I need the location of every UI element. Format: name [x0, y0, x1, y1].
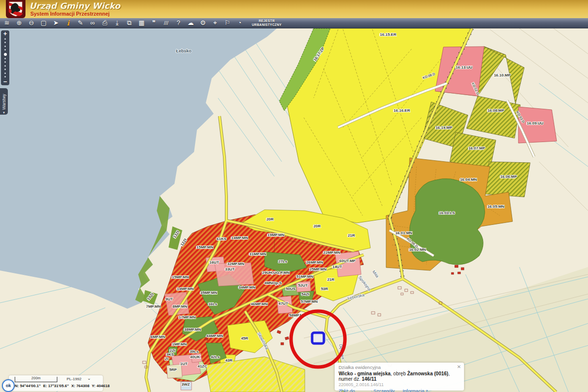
parcel-number: 146/11 — [362, 376, 376, 382]
coord-e: E: 17°31'05.6" — [43, 384, 69, 388]
chevron-down-icon[interactable]: ⌄ — [87, 376, 91, 381]
zoom-dot[interactable] — [4, 61, 6, 63]
settings-icon[interactable]: ⚙ — [199, 19, 207, 27]
coord-y: Y: 404618 — [92, 384, 109, 388]
cloud-icon[interactable]: ☁ — [187, 19, 195, 27]
map-label: 16.03.LS — [439, 211, 455, 215]
map-label: 25MP.MN — [310, 267, 327, 271]
map-label: 4MNOp,S — [264, 281, 282, 285]
map-label: 16.04.MN — [460, 177, 477, 182]
zoom-out-button[interactable]: − — [3, 78, 7, 85]
tiles-icon[interactable]: ▦ — [138, 19, 146, 27]
map-label: 57MP.MN — [301, 299, 318, 304]
map-label: 16.06.MP — [500, 174, 517, 179]
parcel-municipality: Wicko - gmina wiejska — [339, 371, 391, 376]
map-label: 3WZ — [182, 382, 190, 387]
zoom-dot[interactable] — [4, 76, 6, 77]
chart-icon[interactable]: ◔ — [236, 19, 244, 27]
help-icon[interactable]: ? — [174, 19, 182, 27]
map-label: 26MP.MN — [306, 260, 323, 265]
layers-icon[interactable]: ≋ — [3, 19, 11, 27]
map-label: Zł — [165, 357, 169, 361]
details-link[interactable]: Szczegóły (i) — [373, 388, 399, 392]
rejestr-urbanistyczny-button[interactable]: REJESTR URBANISTYCZNY — [252, 19, 282, 27]
measure-line-icon[interactable]: ✎ — [76, 19, 84, 27]
status-bar: 200m PL-1992 ⌄ N: 54°44'00.1"E: 17°31'05… — [9, 375, 103, 391]
select-area-icon[interactable]: ▢ — [40, 19, 48, 27]
crs-select[interactable]: PL-1992 — [67, 377, 81, 381]
map-label: 1UT — [180, 362, 187, 366]
page-subtitle: System Informacji Przestrzennej — [30, 11, 110, 17]
zoom-in-button[interactable]: + — [3, 30, 7, 37]
parcel-info-popup: Działka ewidencyjna ✕ Wicko - gmina wiej… — [335, 363, 464, 391]
print-icon[interactable]: ⎙ — [101, 19, 109, 27]
map-area[interactable]: Łebsko 16.15.ER16.17.ZP16.13.UU16.10.MP1… — [0, 28, 588, 392]
selected-parcel-outline[interactable] — [312, 333, 324, 343]
map-label: 46MP.MN — [251, 302, 268, 306]
map-label: 34MP.MN — [239, 285, 256, 290]
map-label: 50US — [286, 287, 296, 291]
water-label-layer: Łebsko — [176, 49, 192, 53]
map-label: 31MP.MN — [249, 252, 267, 256]
zoom-dot-current[interactable] — [4, 53, 7, 56]
zoom-dot[interactable] — [4, 58, 6, 59]
zoom-in-icon[interactable]: ⊕ — [15, 19, 23, 27]
map-label: 14MP.MN — [231, 236, 248, 240]
map-label: 9UT — [165, 297, 172, 301]
map-canvas[interactable]: Łebsko 16.15.ER16.17.ZP16.13.UU16.10.MP1… — [0, 28, 588, 392]
search-report-icon[interactable]: ⌖ — [211, 19, 219, 27]
zoom-dot[interactable] — [4, 46, 6, 47]
map-label: 3KS — [166, 352, 174, 357]
map-label: 16.08.MP — [488, 108, 505, 113]
map-label: 16.09.UU — [527, 121, 543, 125]
popup-links: Zbliż do obiektu Szczegóły (i) Informacj… — [339, 388, 460, 392]
zoom-slider[interactable]: + − — [1, 30, 9, 85]
plan-info-link[interactable]: Informacja z planu — [403, 388, 439, 392]
layers-panel-tab[interactable]: Warstwy ▼ — [0, 88, 8, 115]
map-label: 60UT.MP — [340, 259, 356, 263]
map-label: 35MP.MN — [200, 291, 218, 295]
map-label: 43R — [225, 358, 233, 363]
map-label: 41ZC — [197, 364, 207, 368]
map-label: 16.13.UU — [456, 65, 472, 70]
zoom-dot[interactable] — [4, 65, 6, 67]
scale-bar: 200m — [15, 377, 57, 382]
link-icon[interactable]: ∞ — [89, 19, 97, 27]
zoom-dot[interactable] — [4, 49, 6, 50]
map-label: 47UT — [278, 301, 288, 306]
coordinate-readout: N: 54°44'00.1"E: 17°31'05.6"X: 764308Y: … — [15, 384, 103, 388]
ok-button[interactable]: ok — [2, 379, 15, 392]
compare-icon[interactable]: ⚐ — [223, 19, 231, 27]
close-icon[interactable]: ✕ — [457, 364, 461, 369]
zoom-dot[interactable] — [4, 69, 6, 70]
info-icon[interactable]: i — [64, 19, 72, 27]
map-label: 38MP.MN — [184, 327, 201, 332]
zoom-out-icon[interactable]: ⊖ — [27, 19, 35, 27]
map-label: 61KS — [217, 237, 227, 241]
map-label: 20R — [314, 224, 321, 228]
wicko-coat-of-arms — [6, 0, 25, 18]
map-label: 8MP.MN — [172, 304, 187, 309]
map-label: 14MP.MN — [177, 287, 194, 291]
map-label: 33UT — [225, 267, 235, 271]
map-label: 42Ls — [211, 355, 220, 359]
layers-tab-label: Warstwy — [1, 94, 6, 110]
plus-circle-icon[interactable]: ⊕ — [442, 391, 447, 392]
map-label: 21R — [327, 277, 335, 282]
chevron-down-icon: ▼ — [2, 111, 5, 114]
move-window-icon[interactable]: ⧉ — [125, 19, 133, 27]
zoom-dot[interactable] — [4, 73, 6, 74]
map-label: 17MP.MN — [179, 315, 196, 319]
download-icon[interactable]: ⤓ — [113, 19, 121, 27]
comment-icon[interactable]: ❞ — [150, 19, 158, 27]
zoom-to-object-link[interactable]: Zbliż do obiektu — [339, 388, 369, 392]
page-title: Urząd Gminy Wicko — [29, 1, 120, 11]
zoom-dot[interactable] — [4, 38, 6, 40]
zoom-level-dots[interactable] — [4, 37, 7, 78]
measure-multi-icon[interactable]: /// — [162, 19, 170, 27]
map-label: 20R — [267, 217, 274, 221]
map-label: 16.10.MP — [494, 73, 511, 77]
map-label: 16.16.ER — [393, 108, 410, 113]
pointer-icon[interactable]: ➤ — [52, 19, 60, 27]
zoom-dot[interactable] — [4, 42, 6, 43]
